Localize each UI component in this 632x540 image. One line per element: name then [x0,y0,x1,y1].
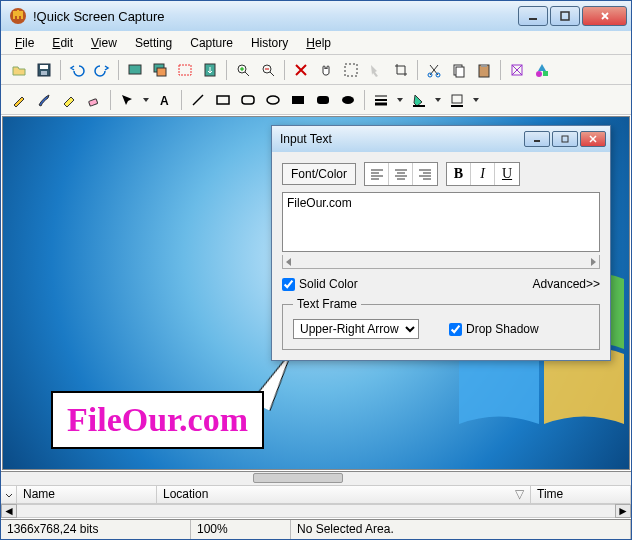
menu-capture[interactable]: Capture [182,33,241,53]
svg-rect-26 [242,96,254,104]
pen-icon[interactable] [7,88,31,112]
cut-icon[interactable] [422,58,446,82]
dialog-titlebar[interactable]: Input Text [272,126,610,152]
col-location[interactable]: Location▽ [157,486,531,503]
main-window: !Quick Screen Capture File Edit View Set… [0,0,632,540]
delete-icon[interactable] [289,58,313,82]
undo-icon[interactable] [65,58,89,82]
scroll-right-icon[interactable]: ► [615,504,631,518]
ellipse-outline-icon[interactable] [261,88,285,112]
svg-point-21 [536,71,542,77]
menu-edit[interactable]: Edit [44,33,81,53]
svg-rect-6 [129,65,141,74]
list-scrollbar-bottom[interactable]: ◄ ► [1,504,631,518]
app-title: !Quick Screen Capture [33,9,516,24]
list-scrollbar-top[interactable] [1,472,631,486]
underline-button[interactable]: U [495,163,519,185]
line-icon[interactable] [186,88,210,112]
solid-color-checkbox[interactable]: Solid Color [282,277,358,291]
save-icon[interactable] [32,58,56,82]
rect-fill-icon[interactable] [286,88,310,112]
menu-file[interactable]: File [7,33,42,53]
app-icon [9,7,27,25]
menu-setting[interactable]: Setting [127,33,180,53]
redo-icon[interactable] [90,58,114,82]
menu-history[interactable]: History [243,33,296,53]
brush-icon[interactable] [32,88,56,112]
dropdown3-icon[interactable] [432,88,444,112]
minimize-button[interactable] [518,6,548,26]
textarea-scrollbar[interactable] [282,255,600,269]
stroke-color-icon[interactable] [445,88,469,112]
canvas[interactable]: FileOur.com Input Text Font/Color [2,116,630,470]
svg-rect-8 [157,68,166,76]
svg-rect-28 [292,96,304,104]
menu-view[interactable]: View [83,33,125,53]
text-input[interactable]: FileOur.com [282,192,600,252]
capture-window-icon[interactable] [148,58,172,82]
align-center-icon[interactable] [389,163,413,185]
line-width-icon[interactable] [369,88,393,112]
callout-text: FileOur.com [67,401,248,438]
titlebar[interactable]: !Quick Screen Capture [1,1,631,31]
dropdown-icon[interactable] [140,88,152,112]
open-icon[interactable] [7,58,31,82]
crop-icon[interactable] [389,58,413,82]
copy-icon[interactable] [447,58,471,82]
svg-rect-33 [451,105,463,107]
effects-icon[interactable] [505,58,529,82]
arrow-tool-icon[interactable] [364,58,388,82]
menu-help[interactable]: Help [298,33,339,53]
zoom-in-icon[interactable] [231,58,255,82]
svg-rect-23 [89,98,98,105]
frame-select[interactable]: Upper-Right Arrow [293,319,419,339]
font-color-button[interactable]: Font/Color [282,163,356,185]
dialog-maximize-button[interactable] [552,131,578,147]
dropdown4-icon[interactable] [470,88,482,112]
drop-shadow-checkbox[interactable]: Drop Shadow [449,322,539,336]
text-frame-group: Text Frame Upper-Right Arrow Drop Shadow [282,297,600,350]
col-name[interactable]: Name [17,486,157,503]
fill-color-icon[interactable] [407,88,431,112]
svg-rect-17 [456,67,464,77]
roundrect-fill-icon[interactable] [311,88,335,112]
hand-icon[interactable] [314,58,338,82]
svg-rect-19 [481,64,487,67]
paste-icon[interactable] [472,58,496,82]
dialog-minimize-button[interactable] [524,131,550,147]
ellipse-fill-icon[interactable] [336,88,360,112]
status-dimensions: 1366x768,24 bits [1,520,191,539]
roundrect-outline-icon[interactable] [236,88,260,112]
eraser-icon[interactable] [82,88,106,112]
zoom-out-icon[interactable] [256,58,280,82]
italic-button[interactable]: I [471,163,495,185]
expand-icon[interactable] [1,486,17,503]
align-right-icon[interactable] [413,163,437,185]
svg-rect-32 [452,95,462,103]
advanced-link[interactable]: Advanced>> [533,277,600,291]
capture-fullscreen-icon[interactable] [123,58,147,82]
callout-box[interactable]: FileOur.com [51,391,264,449]
svg-rect-5 [41,71,47,75]
rect-outline-icon[interactable] [211,88,235,112]
svg-rect-25 [217,96,229,104]
svg-rect-2 [561,12,569,20]
close-button[interactable] [582,6,627,26]
capture-region-icon[interactable] [173,58,197,82]
dropdown2-icon[interactable] [394,88,406,112]
text-tool-icon[interactable]: A [153,88,177,112]
svg-rect-35 [562,136,568,142]
svg-text:A: A [160,94,169,108]
align-left-icon[interactable] [365,163,389,185]
bold-button[interactable]: B [447,163,471,185]
highlighter-icon[interactable] [57,88,81,112]
dialog-title: Input Text [280,132,522,146]
maximize-button[interactable] [550,6,580,26]
pointer-icon[interactable] [115,88,139,112]
dialog-close-button[interactable] [580,131,606,147]
color-icon[interactable] [530,58,554,82]
col-time[interactable]: Time [531,486,631,503]
select-icon[interactable] [339,58,363,82]
scroll-left-icon[interactable]: ◄ [1,504,17,518]
capture-scroll-icon[interactable] [198,58,222,82]
